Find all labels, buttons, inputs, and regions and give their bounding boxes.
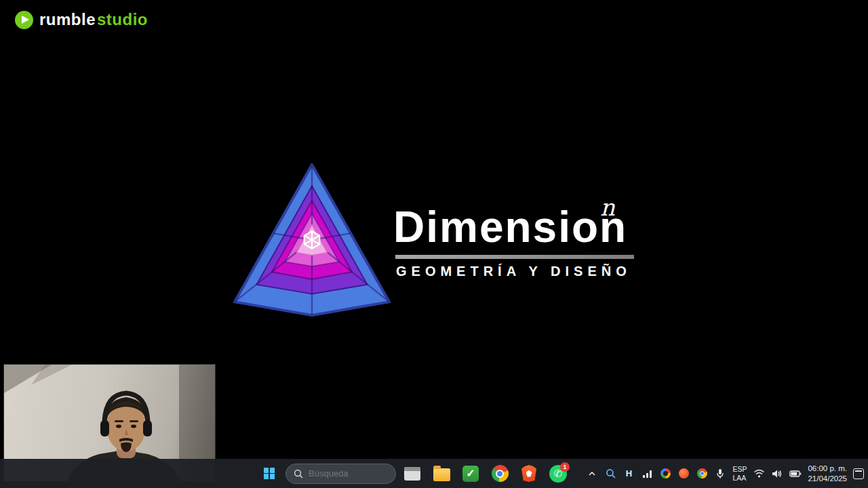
windows-logo-icon <box>264 468 275 479</box>
brave-icon <box>521 465 536 482</box>
h-app-icon: H <box>626 468 632 479</box>
tray-orange-app[interactable] <box>677 466 690 481</box>
google-icon <box>660 468 671 479</box>
orange-dot-icon <box>679 468 689 479</box>
language-indicator[interactable]: ESP LAA <box>732 465 747 482</box>
window-app-icon <box>404 467 420 481</box>
time-text: 06:00 p. m. <box>808 464 847 474</box>
dimension-logo-emblem <box>232 161 392 321</box>
bar-chart-icon <box>642 469 652 479</box>
battery-icon <box>789 470 802 477</box>
volume-button[interactable] <box>771 466 783 481</box>
checkmark-app-icon: ✓ <box>462 466 479 482</box>
tray-overflow-button[interactable] <box>586 466 598 481</box>
language-top: ESP <box>732 465 747 474</box>
tray-microphone[interactable] <box>714 466 726 481</box>
logo-subtitle: GEOMETRÍA Y DISEÑO <box>396 264 637 279</box>
chrome-tray-icon <box>697 468 707 479</box>
notification-center-button[interactable] <box>853 468 864 479</box>
tray-chrome-app[interactable] <box>696 466 708 481</box>
dimension-wordmark: Dimension n GEOMETRÍA Y DISEÑO <box>393 205 637 279</box>
logo-divider-line <box>395 255 634 259</box>
chrome-icon <box>492 465 509 482</box>
language-bottom: LAA <box>732 474 747 483</box>
search-input[interactable] <box>309 468 383 479</box>
wifi-icon <box>753 469 765 478</box>
taskbar-app-whatsapp[interactable]: ✆ 1 <box>545 461 571 487</box>
taskbar-center-group: ✓ ✆ 1 <box>256 459 571 488</box>
logo-title-main: Dimensio <box>393 203 599 251</box>
battery-button[interactable] <box>789 466 802 481</box>
logo-title: Dimension n <box>393 205 637 249</box>
whatsapp-badge: 1 <box>560 462 570 472</box>
rumble-studio-logo: rumblestudio <box>15 10 148 29</box>
wifi-button[interactable] <box>753 466 765 481</box>
start-button[interactable] <box>256 461 282 487</box>
rumble-play-icon <box>15 11 33 29</box>
clock[interactable]: 06:00 p. m. 21/04/2025 <box>808 464 847 484</box>
tray-h-app[interactable]: H <box>623 466 635 481</box>
taskbar-app-window[interactable] <box>399 461 425 487</box>
chevron-up-icon <box>588 470 596 477</box>
tray-stats-app[interactable] <box>641 466 653 481</box>
folder-icon <box>433 468 450 481</box>
taskbar-app-brave[interactable] <box>516 461 542 487</box>
logo-exponent: n <box>600 196 615 219</box>
taskbar-app-chrome[interactable] <box>487 461 513 487</box>
taskbar-app-explorer[interactable] <box>429 461 454 487</box>
microphone-icon <box>716 468 724 479</box>
radar-triangle-icon <box>232 161 392 319</box>
brand-suffix: studio <box>97 10 148 28</box>
taskbar-app-check[interactable]: ✓ <box>458 461 484 487</box>
speaker-icon <box>772 469 783 479</box>
brand-name: rumble <box>39 10 96 28</box>
magnifier-icon <box>606 468 616 479</box>
taskbar-search[interactable] <box>285 464 396 484</box>
windows-taskbar: ✓ ✆ 1 H <box>0 459 868 488</box>
date-text: 21/04/2025 <box>808 474 847 484</box>
search-icon <box>294 469 303 479</box>
system-tray: H ESP LAA <box>586 459 864 488</box>
tray-google-app[interactable] <box>659 466 671 481</box>
tray-search-app[interactable] <box>604 466 616 481</box>
